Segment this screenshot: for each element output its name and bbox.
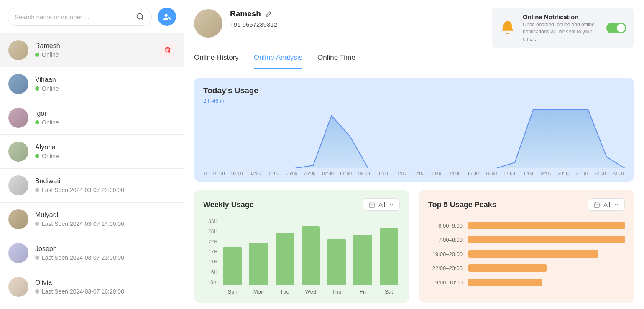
weekly-bar [302,226,320,285]
contact-name: Mulyadi [35,211,175,219]
peak-label: 7:00–8:00 [428,237,463,243]
weekly-y-axis: 33H28H22H17H11H6H0m [203,218,222,285]
today-chart [203,106,625,168]
chevron-down-icon [388,202,394,208]
weekly-bar [327,239,346,286]
calendar-icon [368,201,375,208]
contact-item[interactable]: Vihaan Online [0,67,184,101]
peak-bar [468,236,625,243]
peak-label: 19:00–20:00 [428,251,463,257]
status-dot [35,188,39,192]
peaks-title: Top 5 Usage Peaks [428,200,496,209]
notification-toggle[interactable] [606,23,626,33]
avatar [8,74,28,94]
contact-list: Ramesh Online Vihaan Online Igor Online [0,33,184,309]
contact-item[interactable]: Alyona Online [0,135,184,169]
contact-status: Last Seen 2024-03-07 22:00:00 [35,187,175,193]
avatar [8,142,28,162]
profile-avatar [194,9,222,38]
contact-item[interactable]: Budiwati Last Seen 2024-03-07 22:00:00 [0,169,184,203]
weekly-filter-dropdown[interactable]: All [363,198,400,211]
contact-item[interactable]: Mulyadi Last Seen 2024-03-07 14:00:00 [0,203,184,236]
status-dot [35,154,39,158]
tab-online-history[interactable]: Online History [194,49,239,69]
tab-online-time[interactable]: Online Time [317,49,355,69]
bell-icon [499,20,516,36]
contact-name: Igor [35,110,175,117]
svg-rect-8 [594,203,599,207]
contact-name: Budiwati [35,177,175,185]
contact-status: Last Seen 2024-03-07 14:00:00 [35,220,175,227]
peaks-body: 8:00–9:00 7:00–8:00 19:00–20:00 22:00–23… [428,218,625,286]
calendar-icon [593,201,600,208]
edit-icon[interactable] [265,10,273,18]
search-box[interactable] [8,8,152,26]
delete-button[interactable] [160,43,175,58]
today-usage-card: Today's Usage 2 h 46 m 001:0002:0003:000… [194,78,634,182]
notification-desc: Once enabled, online and offline notific… [523,21,600,42]
weekly-bar [380,228,398,285]
status-dot [35,289,39,294]
avatar [8,175,28,195]
add-contact-button[interactable] [158,8,176,26]
add-person-icon [162,12,171,21]
peak-row: 8:00–9:00 [428,222,625,229]
peak-row: 9:00–10:00 [428,279,625,286]
status-dot [35,256,39,260]
peak-row: 19:00–20:00 [428,250,625,258]
notification-box: Online Notification Once enabled, online… [492,8,634,48]
avatar [8,40,28,60]
svg-rect-4 [369,203,374,207]
contact-name: Ramesh [35,42,153,50]
today-duration: 2 h 46 m [203,98,625,104]
contact-status: Online [35,153,175,160]
avatar [8,277,28,297]
status-dot [35,53,39,57]
contact-item[interactable]: Olivia Last Seen 2024-03-07 16:20:00 [0,270,184,304]
today-x-labels: 001:0002:0003:0004:0005:0006:0007:0008:0… [203,171,625,176]
status-dot [35,86,39,91]
today-title: Today's Usage [203,86,625,95]
peak-bar [468,222,625,229]
avatar [8,243,28,263]
contact-status: Online [35,85,175,92]
peak-row: 22:00–23:00 [428,264,625,272]
weekly-bar [276,233,294,285]
tab-online-analysis[interactable]: Online Analysis [254,49,302,69]
contact-item[interactable]: Igor Online [0,101,184,135]
contact-name: Vihaan [35,76,175,84]
contact-name: Joseph [35,245,175,253]
peak-row: 7:00–8:00 [428,236,625,243]
sidebar: Ramesh Online Vihaan Online Igor Online [0,0,184,309]
contact-item[interactable]: Ramesh Online [0,33,184,67]
weekly-usage-card: Weekly Usage All 33H28H22H17H11H6H0m Sun… [194,190,409,303]
search-icon [135,12,145,21]
contact-status: Online [35,119,175,126]
weekly-title: Weekly Usage [203,200,254,209]
contact-status: Online [35,51,153,58]
contact-name: Alyona [35,144,175,151]
weekly-bars [222,218,400,285]
search-input[interactable] [15,13,135,20]
weekly-x-labels: SunMonTueWedThuFriSat [222,289,400,295]
peaks-filter-label: All [603,201,610,208]
notification-title: Online Notification [523,13,600,20]
weekly-filter-label: All [378,201,385,208]
status-dot [35,222,39,226]
contact-status: Last Seen 2024-03-07 16:20:00 [35,288,175,295]
contact-name: Olivia [35,279,175,286]
weekly-bar [223,247,242,285]
svg-point-0 [137,14,143,19]
peaks-card: Top 5 Usage Peaks All 8:00–9:00 7:00–8:0… [419,190,634,303]
svg-line-1 [142,18,143,20]
main: Ramesh +91 9657239312 Online Notificatio… [184,0,644,309]
trash-icon [164,46,172,54]
avatar [8,108,28,128]
peak-bar [468,264,547,272]
tabs: Online HistoryOnline AnalysisOnline Time [194,49,634,69]
contact-item[interactable]: Joseph Last Seen 2024-03-07 23:00:00 [0,236,184,270]
peaks-filter-dropdown[interactable]: All [588,198,625,211]
profile-name: Ramesh [230,9,261,18]
contact-status: Last Seen 2024-03-07 23:00:00 [35,254,175,261]
avatar [8,209,28,229]
